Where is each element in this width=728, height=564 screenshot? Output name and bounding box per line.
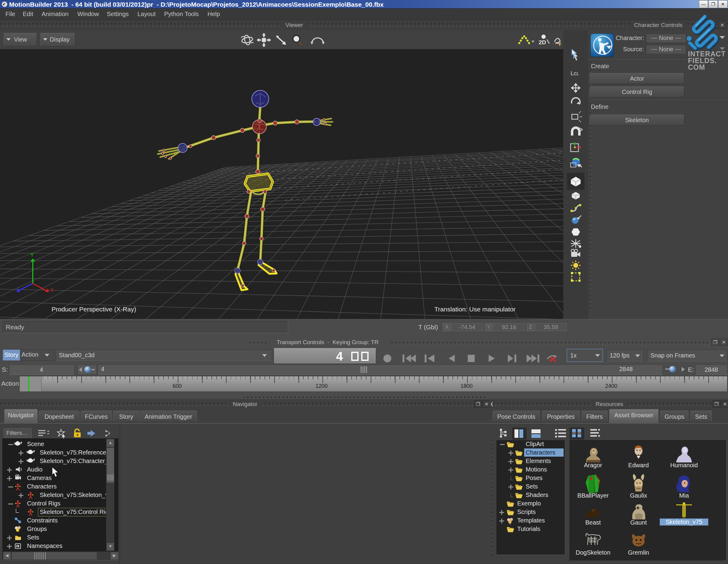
svg-text:COM: COM bbox=[688, 63, 705, 71]
svg-text:X: X bbox=[50, 287, 54, 293]
svg-text:Y: Y bbox=[30, 252, 34, 258]
svg-text:LcL: LcL bbox=[571, 70, 579, 76]
svg-text:2D: 2D bbox=[539, 39, 546, 46]
